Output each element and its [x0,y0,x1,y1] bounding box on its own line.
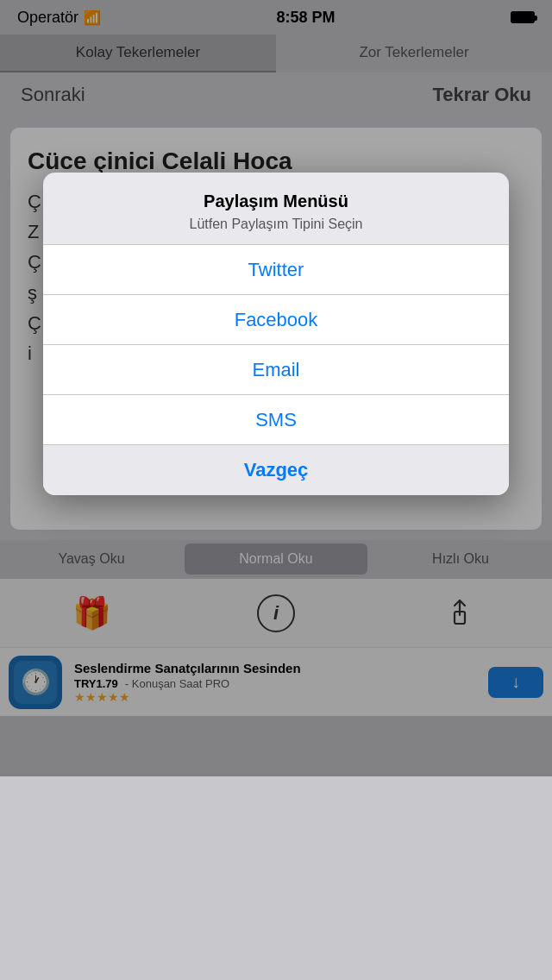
share-facebook-button[interactable]: Facebook [43,295,509,345]
share-sms-button[interactable]: SMS [43,395,509,445]
dialog-subtitle: Lütfen Paylaşım Tipini Seçin [60,217,492,232]
cancel-button[interactable]: Vazgeç [43,445,509,495]
dialog-title: Paylaşım Menüsü [60,192,492,211]
share-email-button[interactable]: Email [43,345,509,395]
share-twitter-button[interactable]: Twitter [43,245,509,295]
dialog-header: Paylaşım Menüsü Lütfen Paylaşım Tipini S… [43,173,509,245]
share-dialog: Paylaşım Menüsü Lütfen Paylaşım Tipini S… [43,173,509,495]
